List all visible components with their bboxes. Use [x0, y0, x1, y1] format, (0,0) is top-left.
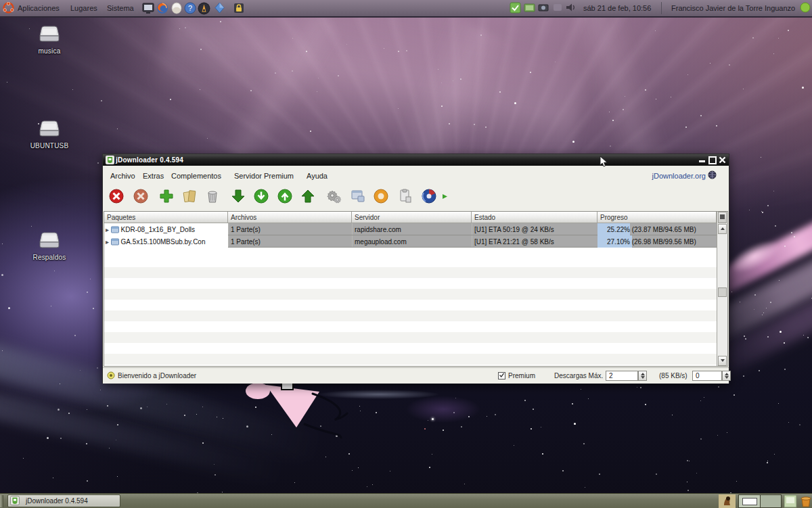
svg-text:?: ?: [188, 4, 192, 12]
